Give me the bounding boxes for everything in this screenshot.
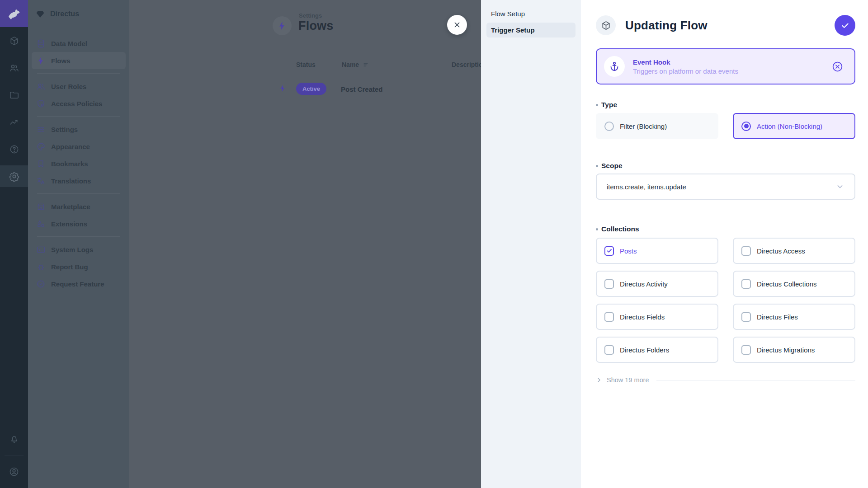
checkbox-posts[interactable]: Posts [596, 238, 718, 264]
sidebar-item-flows[interactable]: Flows [32, 52, 126, 69]
sidebar-item-user-roles[interactable]: User Roles [32, 78, 126, 95]
sidebar-item-report-bug[interactable]: Report Bug [32, 258, 126, 275]
field-label-scope: Scope [596, 162, 855, 170]
sidebar-item-label: System Logs [51, 246, 93, 253]
radio-action-non-blocking[interactable]: Action (Non-Blocking) [733, 113, 855, 139]
checkbox-icon [741, 279, 751, 289]
sidebar-item-data-model[interactable]: Data Model [32, 35, 126, 52]
sidebar-item-request-feature[interactable]: Request Feature [32, 275, 126, 292]
drawer-panel: Updating Flow Event Hook Triggers on pla… [581, 0, 868, 488]
project-header[interactable]: Directus [28, 0, 129, 28]
checkbox-icon [604, 312, 614, 322]
translate-icon [36, 176, 46, 186]
close-icon [453, 20, 462, 29]
drawer-nav-flow-setup[interactable]: Flow Setup [486, 6, 576, 21]
notifications-button[interactable] [0, 425, 28, 452]
save-button[interactable] [835, 15, 855, 36]
storefront-icon [36, 202, 46, 211]
sidebar-item-label: Bookmarks [51, 160, 88, 168]
checkbox-directus-access[interactable]: Directus Access [733, 238, 855, 264]
module-files[interactable] [0, 81, 28, 108]
checkbox-icon [741, 312, 751, 322]
rabbit-logo-icon [6, 6, 22, 21]
radio-label: Action (Non-Blocking) [757, 122, 822, 130]
drawer-header: Updating Flow [596, 15, 855, 36]
box-icon [9, 36, 19, 46]
column-header-status[interactable]: Status [296, 61, 316, 68]
module-content[interactable] [0, 27, 28, 54]
checkbox-label: Directus Migrations [757, 346, 815, 354]
bookmark-icon [36, 159, 46, 169]
module-bar [0, 0, 28, 488]
sidebar-item-system-logs[interactable]: System Logs [32, 241, 126, 258]
sidebar-item-access-policies[interactable]: Access Policies [32, 95, 126, 112]
module-docs[interactable] [0, 136, 28, 163]
chevron-down-icon [835, 182, 844, 191]
drawer-nav: Flow Setup Trigger Setup [481, 0, 581, 488]
trending-icon [9, 117, 19, 127]
module-insights[interactable] [0, 108, 28, 136]
terminal-icon [36, 245, 46, 254]
scope-select[interactable]: items.create, items.update [596, 174, 855, 200]
checkbox-label: Directus Files [757, 313, 798, 321]
checkbox-directus-activity[interactable]: Directus Activity [596, 271, 718, 297]
circled-x-icon [831, 61, 844, 73]
checkbox-directus-collections[interactable]: Directus Collections [733, 271, 855, 297]
sidebar-item-label: Translations [51, 177, 91, 185]
database-icon [36, 39, 46, 48]
checkbox-label: Directus Fields [620, 313, 665, 321]
radio-filter-blocking[interactable]: Filter (Blocking) [596, 113, 718, 139]
bolt-icon [36, 56, 46, 66]
show-more-button[interactable]: Show 19 more [596, 376, 855, 384]
checkbox-icon [741, 246, 751, 256]
checkbox-directus-fields[interactable]: Directus Fields [596, 304, 718, 330]
module-settings[interactable] [0, 165, 28, 187]
bolt-icon [278, 84, 287, 93]
sidebar-item-settings[interactable]: Settings [32, 121, 126, 138]
checkbox-label: Directus Collections [757, 280, 817, 288]
field-label-collections: Collections [596, 225, 855, 233]
palette-icon [36, 142, 46, 151]
page-icon-circle [273, 16, 292, 35]
column-header-name[interactable]: Name [342, 61, 369, 68]
sidebar-item-label: Flows [51, 57, 71, 65]
sidebar-item-bookmarks[interactable]: Bookmarks [32, 155, 126, 172]
checkbox-label: Posts [620, 247, 637, 255]
module-users[interactable] [0, 54, 28, 81]
nav-divider [37, 116, 120, 117]
user-circle-icon [9, 466, 19, 477]
close-drawer-button[interactable] [447, 15, 467, 35]
shield-icon [36, 99, 46, 108]
users-icon [36, 82, 46, 91]
status-badge[interactable]: Active [296, 83, 326, 95]
drawer-title-icon-circle [596, 15, 616, 35]
flow-name[interactable]: Post Created [341, 85, 383, 93]
breadcrumb[interactable]: Settings [299, 12, 322, 19]
directus-logo[interactable] [0, 0, 28, 27]
profile-button[interactable] [0, 458, 28, 485]
drawer-nav-trigger-setup[interactable]: Trigger Setup [486, 23, 576, 38]
radio-icon [604, 122, 614, 131]
gem-icon [35, 9, 45, 19]
checkbox-directus-files[interactable]: Directus Files [733, 304, 855, 330]
checkbox-icon [604, 279, 614, 289]
field-type: Type Filter (Blocking) Action (Non-Block… [596, 101, 855, 139]
trigger-card-text: Event Hook Triggers on platform or data … [633, 58, 738, 75]
sidebar-item-translations[interactable]: Translations [32, 172, 126, 189]
nav-divider [37, 73, 120, 74]
checkbox-directus-folders[interactable]: Directus Folders [596, 337, 718, 363]
sidebar-item-appearance[interactable]: Appearance [32, 138, 126, 155]
remove-trigger-button[interactable] [831, 61, 844, 73]
checkbox-label: Directus Folders [620, 346, 669, 354]
seal-check-icon [36, 279, 46, 289]
field-label-type: Type [596, 101, 855, 109]
sidebar-item-marketplace[interactable]: Marketplace [32, 198, 126, 215]
field-scope: Scope items.create, items.update [596, 162, 855, 200]
help-icon [9, 144, 19, 155]
sliders-icon [36, 125, 46, 134]
sidebar-item-extensions[interactable]: Extensions [32, 215, 126, 232]
box-icon [601, 20, 611, 31]
trigger-type-card[interactable]: Event Hook Triggers on platform or data … [596, 48, 855, 84]
nav-divider [37, 193, 120, 194]
checkbox-directus-migrations[interactable]: Directus Migrations [733, 337, 855, 363]
